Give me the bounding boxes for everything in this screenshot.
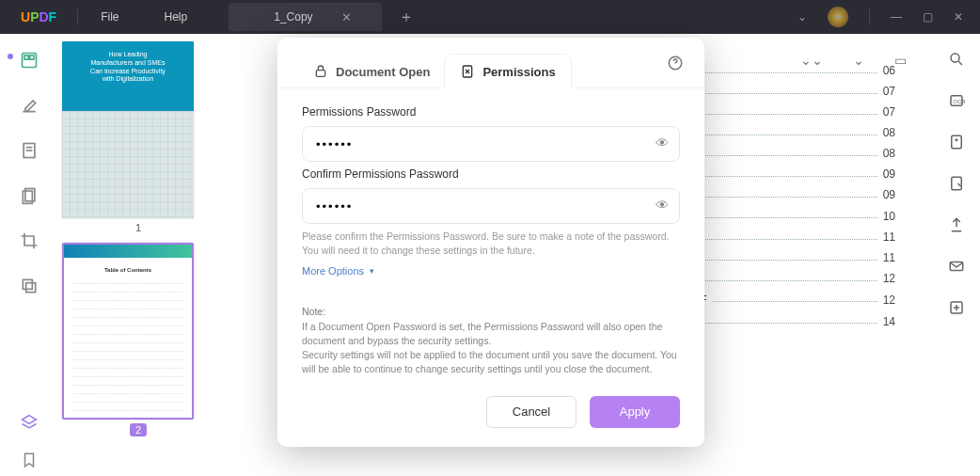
password-hint: Please confirm the Permissions Password.…: [302, 230, 680, 258]
mail-icon[interactable]: [948, 258, 965, 275]
page-number: 09: [883, 167, 895, 181]
thumb-number: 1: [135, 222, 141, 233]
eye-icon[interactable]: 👁: [656, 135, 669, 151]
svg-marker-10: [23, 416, 37, 424]
view-mode-icons: ⌄⌄ ⌄ ▭: [800, 53, 907, 68]
maximize-button[interactable]: ▢: [923, 10, 933, 24]
compress-icon[interactable]: [948, 134, 965, 151]
app-logo: UPDF: [0, 9, 77, 24]
menu-help[interactable]: Help: [142, 10, 211, 24]
note-line: If a Document Open Password is set, the …: [302, 320, 680, 348]
thumbnail-2[interactable]: Table of Contents 2: [62, 243, 214, 437]
svg-rect-19: [316, 71, 324, 77]
svg-text:OCR: OCR: [953, 99, 965, 104]
tab-document-open[interactable]: Document Open: [298, 55, 445, 88]
layers-icon[interactable]: [21, 414, 38, 431]
cancel-button[interactable]: Cancel: [486, 396, 577, 428]
page-number: 12: [883, 272, 895, 285]
svg-rect-16: [952, 177, 962, 190]
minimize-button[interactable]: —: [891, 10, 902, 24]
bookmark-icon[interactable]: [21, 452, 38, 468]
copy-icon[interactable]: [20, 277, 39, 295]
menu-file[interactable]: File: [78, 10, 141, 24]
confirm-permissions-password-field[interactable]: [302, 188, 680, 224]
more-options-link[interactable]: More Options: [302, 265, 374, 277]
confirm-password-label: Confirm Permissions Password: [302, 167, 680, 181]
marker-icon[interactable]: [20, 96, 39, 115]
permissions-password-field[interactable]: [302, 126, 680, 162]
note-section: Note: If a Document Open Password is set…: [277, 295, 704, 389]
help-icon[interactable]: [667, 55, 684, 71]
svg-point-11: [951, 54, 959, 62]
convert-icon[interactable]: [948, 175, 965, 192]
separator: [869, 8, 870, 25]
search-icon[interactable]: [948, 51, 965, 68]
chevron-down-icon[interactable]: ⌄: [798, 10, 807, 24]
eye-icon[interactable]: 👁: [656, 198, 669, 213]
page-list-icon[interactable]: [20, 141, 39, 160]
leader-dots: [713, 297, 877, 302]
tab-permissions[interactable]: Permissions: [445, 55, 570, 88]
lock-icon: [313, 64, 328, 79]
note-line: Security settings will not be applied to…: [302, 348, 680, 376]
ai-spark-icon[interactable]: ✦: [828, 7, 848, 27]
page-number: 08: [883, 147, 895, 160]
svg-rect-1: [24, 56, 28, 59]
titlebar: UPDF File Help 1_Copy ✕ ＋ ⌄ ✦ — ▢ ✕: [0, 0, 980, 34]
page-number: 07: [883, 85, 895, 98]
svg-rect-8: [26, 283, 36, 293]
scroll-down-icon[interactable]: ⌄⌄: [800, 53, 823, 68]
dialog-body: Permissions Password 👁 Confirm Permissio…: [277, 87, 704, 295]
save-icon[interactable]: [948, 299, 965, 316]
thumb1-line: Manufacturers and SMEs: [71, 59, 184, 68]
close-button[interactable]: ✕: [954, 10, 963, 24]
shield-icon: [460, 64, 475, 79]
window-controls: ⌄ ✦ — ▢ ✕: [781, 7, 980, 27]
page-number: 09: [883, 188, 895, 201]
svg-line-12: [958, 61, 962, 65]
tab-label: Document Open: [336, 65, 430, 79]
thumbnail-panel: How Leading Manufacturers and SMEs Can I…: [58, 34, 226, 476]
page-number: 11: [883, 251, 895, 264]
new-tab-button[interactable]: ＋: [399, 8, 414, 27]
thumb1-line: How Leading: [71, 51, 184, 59]
tab-label: Permissions: [482, 65, 555, 79]
tab-label: 1_Copy: [274, 10, 312, 24]
page-number: 07: [883, 105, 895, 119]
thumbnail-1[interactable]: How Leading Manufacturers and SMEs Can I…: [62, 41, 214, 235]
password-label: Permissions Password: [302, 105, 680, 119]
close-icon[interactable]: ✕: [341, 10, 352, 24]
tabs-bar: 1_Copy ✕ ＋: [229, 3, 781, 31]
files-icon[interactable]: [20, 186, 39, 205]
share-icon[interactable]: [948, 216, 965, 233]
ocr-icon[interactable]: OCR: [948, 92, 965, 109]
thumb1-line: with Digitalization: [71, 75, 184, 84]
note-label: Note:: [302, 305, 680, 319]
page-number: 10: [883, 210, 895, 223]
document-tab[interactable]: 1_Copy ✕: [229, 3, 381, 31]
page-number: 14: [883, 315, 895, 328]
left-sidebar: [0, 34, 58, 476]
presentation-icon[interactable]: ▭: [894, 53, 907, 68]
dot-indicator: [8, 54, 13, 59]
left-sidebar-bottom: [0, 414, 58, 468]
dialog-tabs: Document Open Permissions: [277, 38, 704, 88]
thumb-number: 2: [130, 423, 147, 436]
thumb1-line: Can Increase Productivity: [71, 68, 184, 76]
page-number: 11: [883, 230, 895, 244]
svg-rect-9: [23, 279, 32, 289]
scroll-bottom-icon[interactable]: ⌄: [853, 53, 864, 68]
right-sidebar: OCR: [933, 34, 980, 476]
dialog-footer: Cancel Apply: [277, 390, 704, 447]
svg-rect-2: [30, 56, 34, 59]
crop-icon[interactable]: [20, 231, 39, 250]
page-number: 12: [883, 294, 895, 307]
leader-dots: [705, 319, 877, 324]
toc-title: Table of Contents: [73, 267, 182, 273]
permissions-dialog: Document Open Permissions Permissions Pa…: [277, 38, 704, 447]
thumbnails-icon[interactable]: [20, 51, 39, 70]
svg-rect-15: [952, 135, 962, 149]
apply-button[interactable]: Apply: [590, 396, 680, 428]
page-number: 08: [883, 126, 895, 139]
